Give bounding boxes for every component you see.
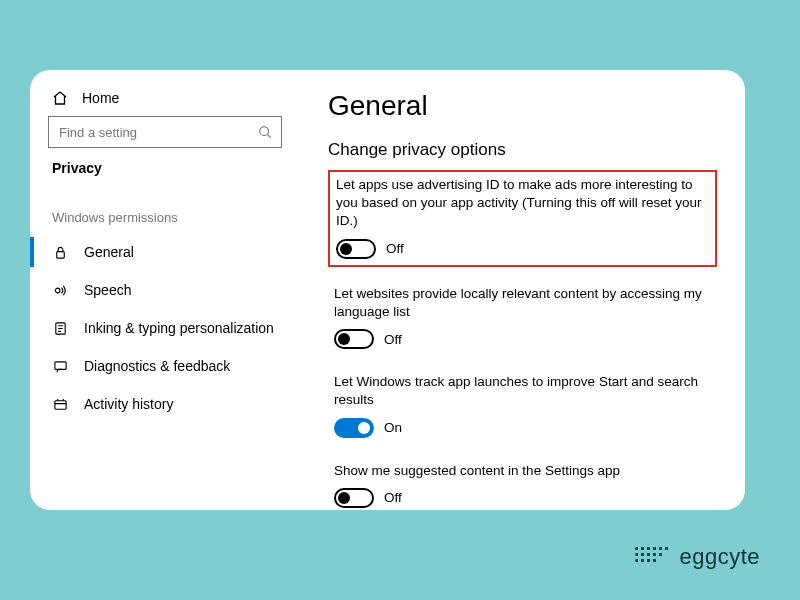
settings-window: Home Privacy Windows permissions General… [30, 70, 745, 510]
sidebar-item-speech[interactable]: Speech [48, 271, 298, 309]
sidebar-item-label: Speech [84, 282, 131, 298]
toggle-app-launches[interactable] [334, 418, 374, 438]
home-nav[interactable]: Home [48, 86, 298, 116]
toggle-state-label: Off [384, 490, 402, 505]
toggle-state-label: Off [384, 332, 402, 347]
svg-rect-5 [54, 400, 65, 408]
sidebar: Home Privacy Windows permissions General… [30, 70, 298, 510]
option-app-launches: Let Windows track app launches to improv… [328, 369, 717, 443]
svg-point-2 [55, 288, 60, 293]
option-text: Let websites provide locally relevant co… [334, 285, 711, 321]
search-input[interactable] [59, 125, 257, 140]
main-panel: General Change privacy options Let apps … [298, 70, 745, 510]
option-advertising-id: Let apps use advertising ID to make ads … [328, 170, 717, 267]
watermark-logo-icon [635, 547, 671, 567]
search-icon [257, 124, 273, 140]
svg-point-0 [260, 127, 269, 136]
history-icon [52, 396, 68, 412]
sidebar-item-label: Inking & typing personalization [84, 320, 274, 336]
inking-icon [52, 320, 68, 336]
feedback-icon [52, 358, 68, 374]
toggle-row: Off [334, 329, 711, 349]
option-text: Let apps use advertising ID to make ads … [336, 176, 709, 231]
svg-rect-4 [54, 361, 65, 369]
home-icon [52, 90, 68, 106]
sidebar-section-title: Privacy [48, 160, 298, 194]
option-language-list: Let websites provide locally relevant co… [328, 281, 717, 355]
option-text: Let Windows track app launches to improv… [334, 373, 711, 409]
toggle-language-list[interactable] [334, 329, 374, 349]
sidebar-item-label: Activity history [84, 396, 173, 412]
option-suggested-content: Show me suggested content in the Setting… [328, 458, 717, 510]
toggle-row: Off [334, 488, 711, 508]
sidebar-item-diagnostics[interactable]: Diagnostics & feedback [48, 347, 298, 385]
speech-icon [52, 282, 68, 298]
search-input-container[interactable] [48, 116, 282, 148]
toggle-suggested-content[interactable] [334, 488, 374, 508]
sidebar-item-general[interactable]: General [48, 233, 298, 271]
subsection-change-privacy: Change privacy options [328, 140, 717, 160]
home-label: Home [82, 90, 119, 106]
option-text: Show me suggested content in the Setting… [334, 462, 711, 480]
watermark: eggcyte [635, 544, 760, 570]
toggle-row: Off [336, 239, 709, 259]
sidebar-item-label: General [84, 244, 134, 260]
sidebar-item-label: Diagnostics & feedback [84, 358, 230, 374]
toggle-row: On [334, 418, 711, 438]
sidebar-item-activity-history[interactable]: Activity history [48, 385, 298, 423]
toggle-state-label: Off [386, 241, 404, 256]
sidebar-item-inking[interactable]: Inking & typing personalization [48, 309, 298, 347]
svg-rect-1 [56, 251, 64, 258]
toggle-advertising-id[interactable] [336, 239, 376, 259]
toggle-state-label: On [384, 420, 402, 435]
sidebar-group-label: Windows permissions [48, 194, 298, 233]
page-title: General [328, 90, 717, 122]
lock-icon [52, 244, 68, 260]
watermark-text: eggcyte [679, 544, 760, 570]
